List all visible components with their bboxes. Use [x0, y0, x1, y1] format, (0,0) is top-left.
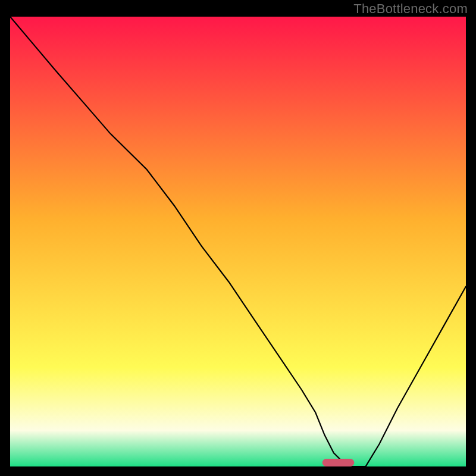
chart-svg — [10, 17, 466, 466]
chart-background — [10, 17, 466, 466]
plot-area — [10, 17, 466, 466]
watermark-text: TheBottleneck.com — [353, 1, 468, 17]
chart-frame: TheBottleneck.com — [0, 0, 476, 476]
min-marker — [322, 459, 355, 466]
